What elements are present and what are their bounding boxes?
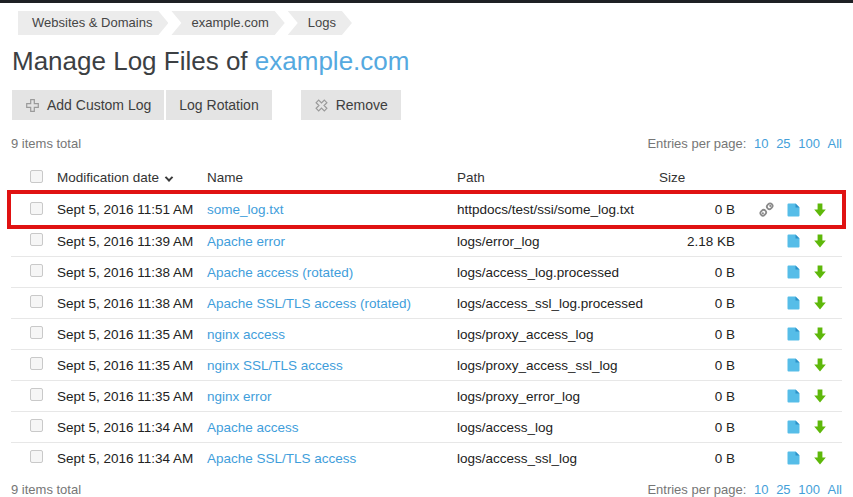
row-checkbox[interactable]: [30, 202, 43, 215]
table-row: Sept 5, 2016 11:51 AM some_log.txt httpd…: [11, 194, 842, 225]
open-log-file-icon[interactable]: [784, 449, 802, 467]
breadcrumb-websites-domains[interactable]: Websites & Domains: [18, 11, 168, 35]
log-name-link[interactable]: Apache access: [207, 420, 299, 435]
download-log-icon[interactable]: [811, 325, 829, 343]
open-log-file-icon[interactable]: [784, 418, 802, 436]
page-title-domain-link[interactable]: example.com: [255, 46, 410, 76]
column-header-modification-date[interactable]: Modification date: [57, 170, 207, 185]
row-size: 0 B: [658, 389, 737, 404]
manage-log-files-page: Websites & Domains example.com Logs Mana…: [0, 11, 853, 497]
download-log-icon[interactable]: [811, 387, 829, 405]
row-checkbox[interactable]: [30, 450, 43, 463]
row-modification-date: Sept 5, 2016 11:35 AM: [57, 358, 207, 373]
row-checkbox[interactable]: [30, 357, 43, 370]
entries-per-page-bottom: Entries per page: 10 25 100 All: [647, 482, 842, 497]
row-modification-date: Sept 5, 2016 11:34 AM: [57, 420, 207, 435]
list-summary-bottom: 9 items total Entries per page: 10 25 10…: [11, 482, 842, 497]
row-size: 0 B: [658, 420, 737, 435]
row-size: 0 B: [658, 451, 737, 466]
download-log-icon[interactable]: [811, 418, 829, 436]
row-checkbox[interactable]: [30, 233, 43, 246]
column-header-name: Name: [207, 170, 457, 185]
column-header-path: Path: [457, 170, 658, 185]
top-navigation-edge: [0, 0, 853, 3]
row-modification-date: Sept 5, 2016 11:35 AM: [57, 389, 207, 404]
row-modification-date: Sept 5, 2016 11:38 AM: [57, 296, 207, 311]
add-custom-log-button[interactable]: Add Custom Log: [12, 90, 164, 120]
download-log-icon[interactable]: [811, 449, 829, 467]
remove-button[interactable]: Remove: [301, 90, 401, 120]
page-size-100-bottom[interactable]: 100: [798, 482, 820, 497]
row-size: 0 B: [658, 358, 737, 373]
log-name-link[interactable]: nginx access: [207, 327, 285, 342]
page-size-100[interactable]: 100: [798, 136, 820, 151]
row-modification-date: Sept 5, 2016 11:39 AM: [57, 234, 207, 249]
page-size-25[interactable]: 25: [776, 136, 790, 151]
row-size: 0 B: [658, 202, 737, 217]
row-modification-date: Sept 5, 2016 11:34 AM: [57, 451, 207, 466]
log-rotation-button[interactable]: Log Rotation: [166, 90, 271, 120]
open-log-file-icon[interactable]: [784, 294, 802, 312]
table-row: Sept 5, 2016 11:39 AM Apache error logs/…: [11, 225, 842, 256]
add-custom-log-label: Add Custom Log: [47, 97, 151, 113]
row-path: logs/proxy_error_log: [457, 389, 658, 404]
page-size-all[interactable]: All: [828, 136, 842, 151]
download-log-icon[interactable]: [811, 232, 829, 250]
row-checkbox[interactable]: [30, 264, 43, 277]
log-name-link[interactable]: nginx error: [207, 389, 272, 404]
entries-per-page-top: Entries per page: 10 25 100 All: [647, 136, 842, 151]
select-all-checkbox[interactable]: [30, 170, 43, 183]
table-row: Sept 5, 2016 11:35 AM nginx access logs/…: [11, 318, 842, 349]
log-name-link[interactable]: Apache error: [207, 234, 285, 249]
sort-descending-icon: [165, 173, 173, 181]
row-checkbox[interactable]: [30, 295, 43, 308]
log-rotation-label: Log Rotation: [179, 97, 258, 113]
row-path: logs/access_ssl_log: [457, 451, 658, 466]
list-summary-top: 9 items total Entries per page: 10 25 10…: [11, 136, 842, 151]
row-modification-date: Sept 5, 2016 11:38 AM: [57, 265, 207, 280]
page-size-10-bottom[interactable]: 10: [754, 482, 768, 497]
remove-x-icon: [314, 98, 329, 113]
table-row: Sept 5, 2016 11:38 AM Apache access (rot…: [11, 256, 842, 287]
breadcrumb-domain[interactable]: example.com: [171, 11, 284, 35]
row-checkbox[interactable]: [30, 388, 43, 401]
page-size-10[interactable]: 10: [754, 136, 768, 151]
download-log-icon[interactable]: [811, 294, 829, 312]
items-total-bottom: 9 items total: [11, 482, 81, 497]
open-log-file-icon[interactable]: [784, 356, 802, 374]
row-path: logs/proxy_access_ssl_log: [457, 358, 658, 373]
row-checkbox[interactable]: [30, 326, 43, 339]
page-title-text: Manage Log Files of: [12, 46, 255, 76]
row-size: 0 B: [658, 327, 737, 342]
download-log-icon[interactable]: [811, 356, 829, 374]
page-size-all-bottom[interactable]: All: [828, 482, 842, 497]
column-header-size: Size: [658, 170, 737, 185]
open-log-file-icon[interactable]: [784, 263, 802, 281]
download-log-icon[interactable]: [811, 201, 829, 219]
log-name-link[interactable]: some_log.txt: [207, 202, 284, 217]
page-size-25-bottom[interactable]: 25: [776, 482, 790, 497]
row-modification-date: Sept 5, 2016 11:35 AM: [57, 327, 207, 342]
row-checkbox[interactable]: [30, 419, 43, 432]
log-name-link[interactable]: Apache SSL/TLS access: [207, 451, 356, 466]
page-title: Manage Log Files of example.com: [12, 46, 842, 77]
entries-per-page-label-bottom: Entries per page:: [647, 482, 746, 497]
open-log-file-icon[interactable]: [784, 325, 802, 343]
row-modification-date: Sept 5, 2016 11:51 AM: [57, 202, 207, 217]
log-name-link[interactable]: Apache SSL/TLS access (rotated): [207, 296, 411, 311]
items-total-top: 9 items total: [11, 136, 81, 151]
download-log-icon[interactable]: [811, 263, 829, 281]
table-row: Sept 5, 2016 11:35 AM nginx error logs/p…: [11, 380, 842, 411]
row-path: logs/proxy_access_log: [457, 327, 658, 342]
log-name-link[interactable]: Apache access (rotated): [207, 265, 353, 280]
open-log-file-icon[interactable]: [784, 232, 802, 250]
log-name-link[interactable]: nginx SSL/TLS access: [207, 358, 343, 373]
breadcrumb-logs[interactable]: Logs: [288, 11, 352, 35]
open-log-file-icon[interactable]: [784, 201, 802, 219]
row-size: 0 B: [658, 296, 737, 311]
row-path: logs/access_log: [457, 420, 658, 435]
detach-custom-log-icon[interactable]: [757, 201, 775, 219]
open-log-file-icon[interactable]: [784, 387, 802, 405]
row-path: logs/access_ssl_log.processed: [457, 296, 658, 311]
row-path: logs/access_log.processed: [457, 265, 658, 280]
